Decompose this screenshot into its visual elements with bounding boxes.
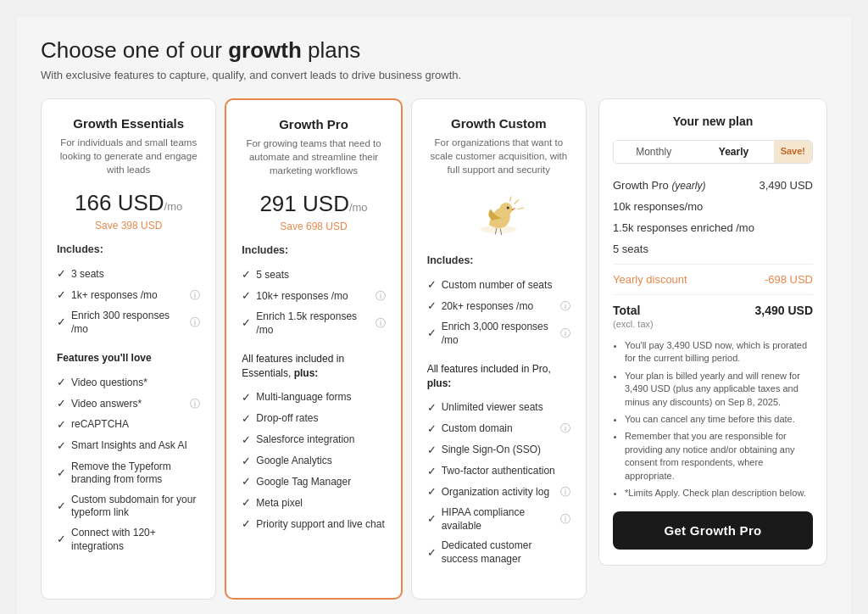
plan-custom-illustration <box>427 190 570 241</box>
check-icon: ✓ <box>57 376 66 390</box>
sidebar-plan-price: 3,490 USD <box>759 179 813 192</box>
section-header-pro: All features included in Essentials, plu… <box>242 352 385 381</box>
note-item: You'll pay 3,490 USD now, which is prora… <box>625 339 813 366</box>
list-item: ✓Unlimited viewer seats <box>427 398 570 419</box>
list-item: ✓HIPAA compliance availableⓘ <box>427 503 570 536</box>
list-item: ✓1k+ responses /moⓘ <box>57 285 200 306</box>
list-item: ✓3 seats <box>57 264 200 285</box>
list-item: ✓Connect with 120+ integrations <box>57 523 200 556</box>
check-icon: ✓ <box>57 500 66 514</box>
svg-line-6 <box>510 197 512 202</box>
plan-name-essentials: Growth Essentials <box>57 116 200 131</box>
list-item: ✓Salesforce integration <box>242 430 385 451</box>
sidebar-enriched-row: 1.5k responses enriched /mo <box>613 221 813 234</box>
list-item: ✓Enrich 3,000 responses /moⓘ <box>427 317 570 350</box>
plan-name-custom: Growth Custom <box>427 116 570 131</box>
list-item: ✓Custom domainⓘ <box>427 419 570 440</box>
sidebar-divider-2 <box>613 294 813 295</box>
sidebar: Your new plan Monthly Yearly Save! Growt… <box>598 98 827 566</box>
info-icon: ⓘ <box>560 300 570 314</box>
info-icon: ⓘ <box>560 513 570 527</box>
list-item: ✓Video questions* <box>57 372 200 394</box>
list-item: ✓Single Sign-On (SSO) <box>427 440 570 461</box>
page-wrapper: Choose one of our growth plans With excl… <box>17 17 851 614</box>
list-item: ✓Drop-off rates <box>242 409 385 430</box>
page-title: Choose one of our growth plans <box>41 37 827 64</box>
check-icon: ✓ <box>427 465 437 479</box>
check-icon: ✓ <box>242 412 251 427</box>
check-icon: ✓ <box>242 391 251 405</box>
note-item: You can cancel any time before this date… <box>625 413 813 426</box>
plans-container: Growth Essentials For individuals and sm… <box>41 98 587 600</box>
check-icon: ✓ <box>57 267 66 282</box>
love-header: Features you'll love <box>57 351 200 366</box>
sidebar-card: Your new plan Monthly Yearly Save! Growt… <box>598 98 827 566</box>
plus-features-pro: ✓Multi-language forms ✓Drop-off rates ✓S… <box>242 388 385 535</box>
plan-save-essentials: Save 398 USD <box>57 220 200 232</box>
sidebar-discount-row: Yearly discount -698 USD <box>613 273 813 286</box>
list-item: ✓Dedicated customer success manager <box>427 536 570 569</box>
check-icon: ✓ <box>57 533 66 547</box>
note-item: *Limits Apply. Check plan description be… <box>625 487 813 500</box>
list-item: ✓Enrich 300 responses /moⓘ <box>57 306 200 339</box>
plan-price-pro: 291 USD <box>259 191 349 216</box>
list-item: ✓10k+ responses /moⓘ <box>242 286 385 307</box>
note-item: Your plan is billed yearly and will rene… <box>625 370 813 409</box>
sidebar-notes: You'll pay 3,490 USD now, which is prora… <box>613 339 813 500</box>
check-icon: ✓ <box>242 268 251 282</box>
sidebar-seats-row: 5 seats <box>613 243 813 255</box>
svg-line-7 <box>518 208 525 209</box>
plan-desc-essentials: For individuals and small teams looking … <box>57 136 200 176</box>
list-item: ✓Enrich 1.5k responses /moⓘ <box>242 307 385 340</box>
check-icon: ✓ <box>57 466 66 481</box>
info-icon: ⓘ <box>376 317 386 331</box>
main-layout: Growth Essentials For individuals and sm… <box>41 98 827 600</box>
plan-card-essentials[interactable]: Growth Essentials For individuals and sm… <box>41 98 216 600</box>
plan-card-custom[interactable]: Growth Custom For organizations that wan… <box>411 98 587 600</box>
includes-label-pro: Includes: <box>242 244 385 256</box>
sidebar-discount-label: Yearly discount <box>613 273 758 286</box>
svg-line-5 <box>515 200 519 204</box>
sidebar-discount-value: -698 USD <box>765 273 813 286</box>
sidebar-total-row: Total 3,490 USD <box>613 304 813 317</box>
list-item: ✓20k+ responses /moⓘ <box>427 296 570 317</box>
list-item: ✓reCAPTCHA <box>57 415 200 436</box>
info-icon: ⓘ <box>560 486 570 500</box>
yearly-button[interactable]: Yearly <box>693 141 773 163</box>
sidebar-tax-note: (excl. tax) <box>613 319 813 329</box>
plan-price-area-pro: 291 USD/mo <box>242 191 385 217</box>
check-icon: ✓ <box>427 546 437 561</box>
list-item: ✓Custom number of seats <box>427 275 570 296</box>
info-icon: ⓘ <box>376 290 386 304</box>
svg-point-1 <box>500 203 513 215</box>
check-icon: ✓ <box>242 496 251 511</box>
check-icon: ✓ <box>242 475 251 489</box>
check-icon: ✓ <box>427 485 437 500</box>
sidebar-enriched-label: 1.5k responses enriched /mo <box>613 221 813 234</box>
plan-desc-custom: For organizations that want to scale cus… <box>427 136 570 176</box>
sidebar-seats-label: 5 seats <box>613 243 813 255</box>
list-item: ✓Meta pixel <box>242 493 385 514</box>
plan-card-pro[interactable]: Growth Pro For growing teams that need t… <box>225 98 402 600</box>
sidebar-total-label: Total <box>613 304 640 317</box>
check-icon: ✓ <box>427 512 437 527</box>
base-features-pro: ✓5 seats ✓10k+ responses /moⓘ ✓Enrich 1.… <box>242 265 385 340</box>
info-icon: ⓘ <box>190 398 200 411</box>
sidebar-plan-label: Growth Pro (yearly) <box>613 179 752 192</box>
sidebar-responses-row: 10k responses/mo <box>613 200 813 213</box>
monthly-button[interactable]: Monthly <box>614 141 693 163</box>
sidebar-title: Your new plan <box>613 114 813 128</box>
base-features-custom: ✓Custom number of seats ✓20k+ responses … <box>427 275 570 350</box>
plan-price-essentials: 166 USD <box>75 190 164 215</box>
info-icon: ⓘ <box>190 289 200 303</box>
includes-label-essentials: Includes: <box>57 243 200 255</box>
get-plan-button[interactable]: Get Growth Pro <box>613 511 813 550</box>
check-icon: ✓ <box>57 439 66 454</box>
check-icon: ✓ <box>242 433 251 448</box>
info-icon: ⓘ <box>190 316 200 330</box>
note-item: Remember that you are responsible for pr… <box>625 430 813 483</box>
plan-save-pro: Save 698 USD <box>242 220 385 232</box>
list-item: ✓Organization activity logⓘ <box>427 482 570 503</box>
billing-toggle: Monthly Yearly Save! <box>613 140 813 164</box>
check-icon: ✓ <box>57 418 66 433</box>
